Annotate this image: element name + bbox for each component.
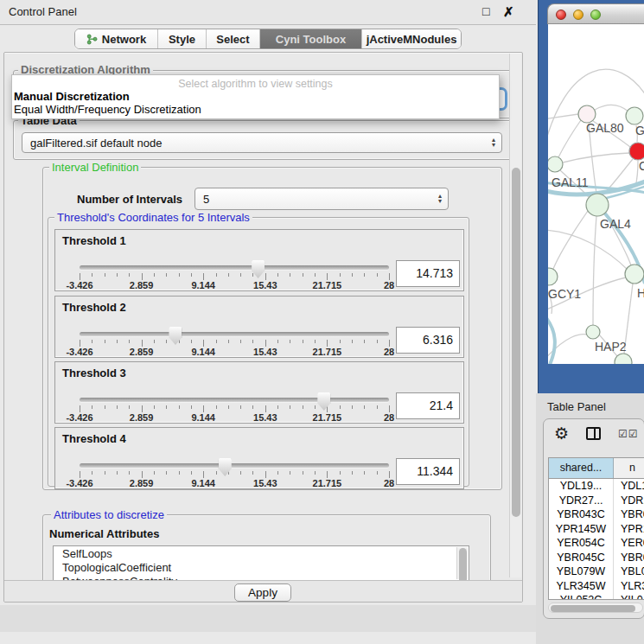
panel-vertical-scrollbar[interactable] bbox=[509, 54, 521, 577]
slider-track[interactable] bbox=[80, 398, 389, 402]
table-row[interactable]: YIL052CYIL0 bbox=[549, 593, 644, 599]
slider-track[interactable] bbox=[80, 265, 389, 270]
attribute-list-item[interactable]: TopologicalCoefficient bbox=[54, 562, 469, 574]
close-traffic-light-icon[interactable] bbox=[556, 10, 566, 20]
dropdown-option-equal-width-frequency[interactable]: Equal Width/Frequency Discretization bbox=[14, 103, 201, 116]
slider-tick-label: -3.426 bbox=[66, 412, 92, 423]
column-header-name[interactable]: n bbox=[614, 458, 644, 478]
control-panel-title: Control Panel bbox=[9, 5, 77, 18]
control-panel-titlebar: Control Panel □ ✗ bbox=[0, 0, 536, 25]
tab-style[interactable]: Style bbox=[158, 29, 207, 48]
cell-name[interactable]: YDR2 bbox=[614, 494, 644, 508]
threshold-value-field[interactable]: 11.344 bbox=[396, 458, 460, 485]
cell-shared-name[interactable]: YER054C bbox=[549, 536, 614, 551]
threshold-value-field[interactable]: 14.713 bbox=[396, 260, 460, 287]
table-row[interactable]: YBR045CYBR0 bbox=[549, 551, 644, 565]
cell-shared-name[interactable]: YBR045C bbox=[549, 551, 614, 565]
attribute-list-item[interactable]: SelfLoops bbox=[54, 548, 469, 560]
spinner-arrows-icon: ▴▾ bbox=[438, 194, 442, 204]
column-layout-icon[interactable] bbox=[586, 427, 601, 440]
network-window-titlebar[interactable] bbox=[547, 3, 644, 24]
table-row[interactable]: YLR345WYLR3 bbox=[549, 579, 644, 594]
tab-cyni-toolbox[interactable]: Cyni Toolbox bbox=[260, 29, 362, 48]
network-node-gal11[interactable] bbox=[548, 156, 563, 172]
slider-tick-label: -3.426 bbox=[66, 347, 92, 357]
network-icon bbox=[86, 34, 98, 45]
network-view-window[interactable]: GAL80GACGAL11GAL4GCY1HHAP2 bbox=[538, 0, 644, 393]
apply-bar: Apply bbox=[4, 580, 522, 603]
table-row[interactable]: YER054CYER0 bbox=[549, 536, 644, 551]
cell-name[interactable]: YBL0 bbox=[614, 564, 644, 579]
node-table: shared... n YDL19...YDL1YDR27...YDR2YBR0… bbox=[548, 457, 644, 600]
table-row[interactable]: YDL19...YDL1 bbox=[549, 479, 644, 494]
threshold-panel-1: Threshold 1-3.4262.8599.14415.4321.71528… bbox=[54, 229, 464, 291]
table-row[interactable]: YPR145WYPR1 bbox=[549, 522, 644, 537]
table-row[interactable]: YDR27...YDR2 bbox=[549, 494, 644, 508]
cell-name[interactable]: YBR0 bbox=[614, 507, 644, 522]
network-node-label: C bbox=[639, 159, 644, 173]
cell-shared-name[interactable]: YDL19... bbox=[549, 479, 614, 494]
network-node-label: GAL11 bbox=[552, 175, 589, 189]
cell-shared-name[interactable]: YDR27... bbox=[549, 494, 614, 508]
slider-tick-label: 9.144 bbox=[191, 412, 215, 423]
table-data-combobox[interactable]: galFiltered.sif default node ▴▾ bbox=[22, 132, 502, 153]
close-icon[interactable]: ✗ bbox=[503, 4, 514, 20]
threshold-label: Threshold 1 bbox=[62, 234, 126, 247]
slider-track[interactable] bbox=[80, 332, 389, 336]
threshold-value-field[interactable]: 6.316 bbox=[396, 327, 460, 354]
network-node-label: GAL4 bbox=[600, 217, 631, 231]
network-node-gal80[interactable] bbox=[578, 105, 596, 123]
table-row[interactable]: YBL079WYBL0 bbox=[549, 564, 644, 579]
attributes-list-scrollbar[interactable] bbox=[456, 547, 468, 579]
network-node-hap2[interactable] bbox=[586, 325, 600, 339]
slider-tick-label: 15.43 bbox=[253, 280, 277, 290]
network-node-ga[interactable] bbox=[626, 107, 643, 124]
table-row[interactable]: YBR043CYBR0 bbox=[549, 507, 644, 522]
table-panel-box: ⚙ ☑☑ shared... n YDL19...YDL1YDR27...YDR… bbox=[543, 418, 644, 619]
cell-shared-name[interactable]: YBL079W bbox=[549, 564, 614, 579]
network-canvas[interactable]: GAL80GACGAL11GAL4GCY1HHAP2 bbox=[548, 24, 644, 364]
network-node[interactable] bbox=[615, 354, 632, 364]
cell-name[interactable]: YDL1 bbox=[614, 479, 644, 494]
number-of-intervals-combobox[interactable]: 5 ▴▾ bbox=[194, 188, 449, 210]
slider-tick-label: 21.715 bbox=[313, 412, 342, 423]
cell-name[interactable]: YPR1 bbox=[614, 522, 644, 537]
tab-select[interactable]: Select bbox=[207, 29, 260, 48]
table-horizontal-scrollbar[interactable] bbox=[548, 603, 643, 613]
algorithm-dropdown-popup: Select algorithm to view settings Manual… bbox=[11, 74, 500, 119]
tab-network[interactable]: Network bbox=[75, 29, 158, 48]
cell-shared-name[interactable]: YLR345W bbox=[549, 579, 614, 594]
apply-button[interactable]: Apply bbox=[234, 583, 291, 602]
slider-tick-label: 21.715 bbox=[313, 478, 342, 488]
network-node-label: GCY1 bbox=[548, 287, 581, 301]
network-node-h[interactable] bbox=[625, 265, 644, 284]
cell-name[interactable]: YER0 bbox=[614, 536, 644, 551]
cell-name[interactable]: YBR0 bbox=[614, 551, 644, 565]
cell-name[interactable]: YLR3 bbox=[614, 579, 644, 594]
network-node-c[interactable] bbox=[629, 143, 644, 160]
numerical-attributes-list[interactable]: SelfLoopsTopologicalCoefficientBetweenne… bbox=[53, 545, 469, 581]
network-node-gal4[interactable] bbox=[586, 194, 609, 216]
column-header-shared-name[interactable]: shared... bbox=[549, 458, 614, 478]
checkbox-icons[interactable]: ☑☑ bbox=[618, 428, 639, 440]
slider-track[interactable] bbox=[80, 463, 389, 468]
settings-gear-icon[interactable]: ⚙ bbox=[554, 424, 569, 443]
network-node-gcy1[interactable] bbox=[548, 268, 558, 285]
slider-tick-label: 9.144 bbox=[191, 478, 215, 488]
table-rows: YDL19...YDL1YDR27...YDR2YBR043CYBR0YPR14… bbox=[549, 479, 644, 599]
tab-style-label: Style bbox=[169, 33, 195, 46]
cell-shared-name[interactable]: YBR043C bbox=[549, 507, 614, 522]
float-window-icon[interactable]: □ bbox=[482, 4, 489, 18]
minimize-traffic-light-icon[interactable] bbox=[573, 10, 583, 20]
tab-jactivemnodules[interactable]: jActiveMNodules bbox=[362, 29, 461, 48]
dropdown-option-manual-discretization[interactable]: Manual Discretization bbox=[14, 90, 130, 103]
cell-name[interactable]: YIL0 bbox=[614, 593, 644, 599]
tab-select-label: Select bbox=[216, 33, 249, 46]
zoom-traffic-light-icon[interactable] bbox=[590, 10, 601, 20]
cell-shared-name[interactable]: YIL052C bbox=[549, 593, 614, 599]
cell-shared-name[interactable]: YPR145W bbox=[549, 522, 614, 537]
threshold-value-field[interactable]: 21.4 bbox=[396, 392, 460, 419]
slider-tick-label: 21.715 bbox=[313, 280, 342, 290]
slider-ticks bbox=[80, 471, 389, 479]
slider-tick-label: 15.43 bbox=[253, 412, 277, 423]
